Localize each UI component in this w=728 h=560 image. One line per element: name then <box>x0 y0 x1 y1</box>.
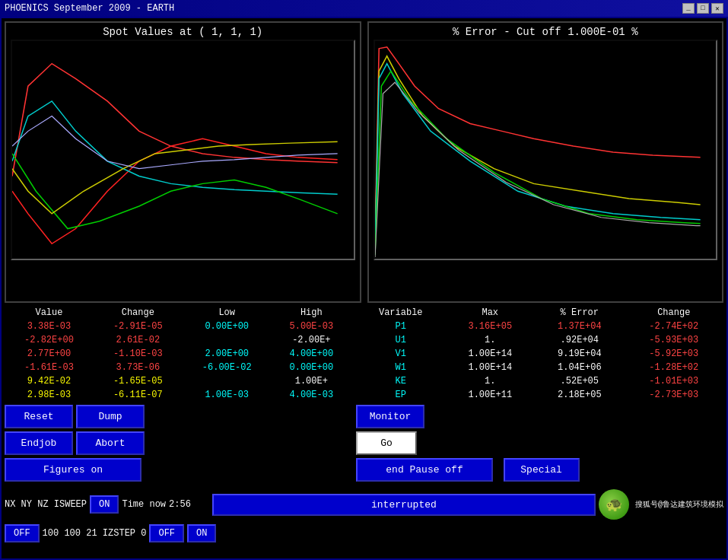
cell-max: 1.00E+14 <box>446 361 536 374</box>
cell-variable: U1 <box>356 333 446 347</box>
right-btn-row-2: Go <box>356 431 723 455</box>
cell-variable: V1 <box>356 347 446 361</box>
table-row: W1 1.00E+14 1.04E+06 -1.28E+02 <box>356 361 723 374</box>
table-row: EP 1.00E+11 2.18E+05 -2.73E+03 <box>356 388 723 402</box>
cell-low <box>183 333 272 347</box>
cell-change: -2.91E-05 <box>94 320 183 333</box>
cell-high: 1.00E+ <box>272 374 351 388</box>
cell-max: 1. <box>446 333 536 347</box>
table-row: -2.82E+00 2.61E-02 -2.00E+ <box>5 333 351 347</box>
cell-change2: -1.28E+02 <box>625 361 723 374</box>
col-value-header: Value <box>5 306 94 320</box>
col-error-header: % Error <box>535 306 625 320</box>
maximize-button[interactable]: □ <box>697 3 709 14</box>
values-text: 100 100 21 IZSTEP 0 <box>43 528 147 539</box>
left-data-area: Value Change Low High 3.38E-03 -2.91E-05… <box>5 304 351 482</box>
cell-max: 1.00E+11 <box>446 388 536 402</box>
cell-variable: KE <box>356 374 446 388</box>
figures-on-button[interactable]: Figures on <box>5 458 141 482</box>
right-chart-area <box>374 40 718 260</box>
cell-change2: -1.01E+03 <box>625 374 723 388</box>
table-row: P1 3.16E+05 1.37E+04 -2.74E+02 <box>356 320 723 333</box>
col-high-header: High <box>272 306 351 320</box>
table-row: KE 1. .52E+05 -1.01E+03 <box>356 374 723 388</box>
cell-high: 4.00E-03 <box>272 388 351 402</box>
right-data-table: Variable Max % Error Change P1 3.16E+05 … <box>356 306 723 402</box>
col-change-header: Change <box>94 306 183 320</box>
main-container: 1 Spot Values at ( 1, 1, 1) <box>2 18 726 558</box>
data-section: Value Change Low High 3.38E-03 -2.91E-05… <box>5 304 723 482</box>
minimize-button[interactable]: _ <box>682 3 695 14</box>
cell-high: 5.00E-03 <box>272 320 351 333</box>
status-bar-2: OFF 100 100 21 IZSTEP 0 OFF ON <box>5 523 723 544</box>
cell-value: -2.82E+00 <box>5 333 94 347</box>
col-change-header2: Change <box>625 306 723 320</box>
cell-low: 0.00E+00 <box>183 320 272 333</box>
cell-error: 1.37E+04 <box>535 320 625 333</box>
cell-high: 0.00E+00 <box>272 361 351 374</box>
on-button[interactable]: ON <box>90 495 119 514</box>
cell-change: 3.73E-06 <box>94 361 183 374</box>
cell-error: 9.19E+04 <box>535 347 625 361</box>
cell-change2: -5.93E+03 <box>625 333 723 347</box>
on-button-2[interactable]: ON <box>187 524 216 542</box>
off-button-2[interactable]: OFF <box>149 524 184 542</box>
left-chart-title: Spot Values at ( 1, 1, 1) <box>6 23 360 40</box>
cell-variable: P1 <box>356 320 446 333</box>
right-btn-row-1: Monitor <box>356 405 723 428</box>
cell-change: -6.11E-07 <box>94 388 183 402</box>
title-bar: PHOENICS September 2009 - EARTH _ □ ✕ <box>0 0 728 17</box>
dump-button[interactable]: Dump <box>76 405 145 428</box>
figures-btn-row: Figures on <box>5 458 351 482</box>
table-row: 2.77E+00 -1.10E-03 2.00E+00 4.00E+00 <box>5 347 351 361</box>
interrupted-button[interactable]: interrupted <box>212 494 596 516</box>
cell-change: -1.65E-05 <box>94 374 183 388</box>
left-data-table: Value Change Low High 3.38E-03 -2.91E-05… <box>5 306 351 402</box>
time-label: Time now <box>122 499 166 510</box>
cell-variable: W1 <box>356 361 446 374</box>
table-row: 2.98E-03 -6.11E-07 1.00E-03 4.00E-03 <box>5 388 351 402</box>
cell-low: 1.00E-03 <box>183 388 272 402</box>
cell-value: 2.98E-03 <box>5 388 94 402</box>
reset-button[interactable]: Reset <box>5 405 73 428</box>
abort-button[interactable]: Abort <box>76 431 145 455</box>
cell-max: 1.00E+14 <box>446 347 536 361</box>
cell-change: -1.10E-03 <box>94 347 183 361</box>
col-max-header: Max <box>446 306 536 320</box>
cell-value: -1.61E-03 <box>5 361 94 374</box>
table-row: 9.42E-02 -1.65E-05 1.00E+ <box>5 374 351 388</box>
left-btn-row-2: Endjob Abort <box>5 431 351 455</box>
cell-value: 2.77E+00 <box>5 347 94 361</box>
cell-variable: EP <box>356 388 446 402</box>
table-row: U1 1. .92E+04 -5.93E+03 <box>356 333 723 347</box>
app-title: PHOENICS September 2009 - EARTH <box>5 3 174 14</box>
left-chart-area <box>11 40 355 260</box>
endjob-button[interactable]: Endjob <box>5 431 73 455</box>
off-button[interactable]: OFF <box>5 524 40 542</box>
cell-high: -2.00E+ <box>272 333 351 347</box>
cell-value: 9.42E-02 <box>5 374 94 388</box>
left-btn-row-1: Reset Dump <box>5 405 351 428</box>
go-button[interactable]: Go <box>356 431 417 455</box>
cell-change2: -2.73E+03 <box>625 388 723 402</box>
cell-low: 2.00E+00 <box>183 347 272 361</box>
special-button[interactable]: Special <box>504 458 580 482</box>
close-button[interactable]: ✕ <box>711 3 723 14</box>
monitor-button[interactable]: Monitor <box>356 405 424 428</box>
col-low-header: Low <box>183 306 272 320</box>
cell-error: .92E+04 <box>535 333 625 347</box>
cell-error: 1.04E+06 <box>535 361 625 374</box>
cell-max: 1. <box>446 374 536 388</box>
cell-change: 2.61E-02 <box>94 333 183 347</box>
cell-low <box>183 374 272 388</box>
end-pause-btn-row: end Pause off Special <box>356 458 723 482</box>
cell-value: 3.38E-03 <box>5 320 94 333</box>
table-row: 3.38E-03 -2.91E-05 0.00E+00 5.00E-03 <box>5 320 351 333</box>
right-data-area: Variable Max % Error Change P1 3.16E+05 … <box>356 304 723 482</box>
time-value: 2:56 <box>169 499 191 510</box>
end-pause-button[interactable]: end Pause off <box>356 458 493 482</box>
col-variable-header: Variable <box>356 306 446 320</box>
cell-change2: -2.74E+02 <box>625 320 723 333</box>
window-controls[interactable]: _ □ ✕ <box>682 3 723 14</box>
right-chart-title: % Error - Cut off 1.000E-01 % <box>369 23 723 40</box>
